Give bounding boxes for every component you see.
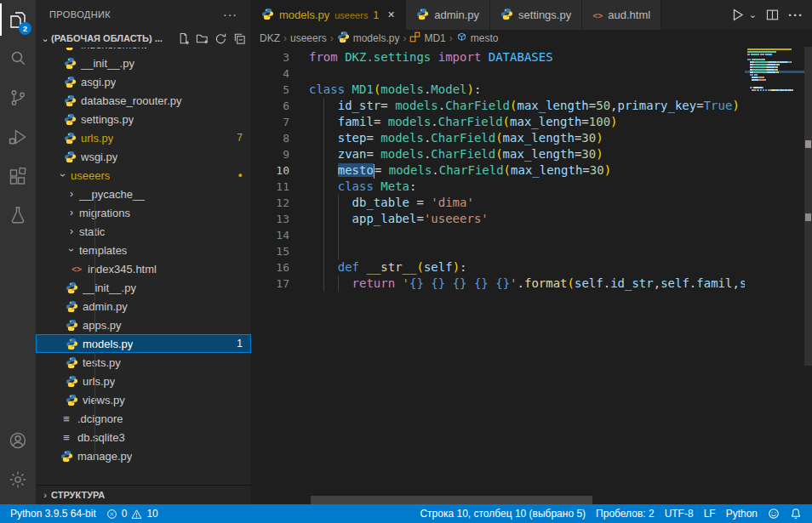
breadcrumb-item-mesto[interactable]: mesto	[455, 31, 500, 45]
code-line-15[interactable]: 15	[251, 243, 745, 259]
python-icon	[500, 8, 513, 23]
status-encoding[interactable]: UTF-8	[660, 504, 699, 523]
run-dropdown-button[interactable]: ⌄	[754, 9, 757, 20]
code-line-10[interactable]: 10 mesto= models.CharField(max_length=30…	[251, 162, 745, 179]
code-line-4[interactable]: 4	[251, 65, 745, 82]
minimap-line	[747, 56, 803, 58]
status-feedback[interactable]	[763, 504, 785, 523]
refresh-button[interactable]	[214, 32, 227, 45]
new-file-button[interactable]	[177, 32, 190, 45]
activity-testing-button[interactable]	[0, 196, 36, 235]
tab-close-button[interactable]: ✕	[387, 9, 395, 20]
line-content: famil= models.CharField(max_length=100)	[289, 114, 618, 130]
status-interpreter[interactable]: Python 3.9.5 64-bit	[5, 504, 101, 523]
code-line-3[interactable]: 3from DKZ.settings import DATABASES	[251, 49, 745, 65]
tree-item-database_roouter.py[interactable]: database_roouter.py	[36, 91, 251, 110]
bell-icon	[790, 508, 802, 520]
overview-ruler[interactable]	[804, 47, 812, 504]
tree-item-asgi.py[interactable]: asgi.py	[36, 72, 251, 91]
outline-section-header[interactable]: › СТРУКТУРА	[36, 486, 251, 504]
errors-count: 0	[122, 508, 128, 520]
sidebar-more-actions-button[interactable]: ···	[223, 8, 237, 21]
tab-aud.html[interactable]: <>aud.html	[582, 0, 661, 30]
activity-search-button[interactable]	[0, 39, 36, 78]
code-line-8[interactable]: 8 step= models.CharField(max_length=30)	[251, 130, 745, 146]
line-content: class MD1(models.Model):	[289, 82, 481, 98]
code-line-17[interactable]: 17 return '{} {} {} {} {}'.format(self.i…	[251, 276, 745, 292]
run-button[interactable]	[729, 7, 746, 23]
tree-item-__init__.py[interactable]: __init__.py	[36, 278, 251, 297]
tab-models.py[interactable]: models.pyuseeers1✕	[251, 0, 406, 30]
tree-item-views.py[interactable]: views.py	[36, 390, 251, 409]
tree-item-manage.py[interactable]: manage.py	[36, 446, 251, 465]
tree-item-wsgi.py[interactable]: wsgi.py	[36, 147, 251, 166]
status-eol[interactable]: LF	[699, 504, 721, 523]
minimap[interactable]	[745, 47, 804, 504]
warning-triangle-icon	[131, 509, 142, 520]
indent-guide	[94, 190, 95, 460]
status-problems[interactable]: 010	[101, 504, 163, 523]
status-indentation[interactable]: Пробелов: 2	[591, 504, 660, 523]
split-editor-button[interactable]	[765, 8, 780, 22]
tab-admin.py[interactable]: admin.py	[406, 0, 490, 30]
tree-item-static[interactable]: ›static	[36, 222, 251, 241]
breadcrumb-item-MD1[interactable]: MD1	[408, 31, 447, 45]
horizontal-scrollbar[interactable]	[311, 496, 592, 504]
activity-extensions-button[interactable]	[0, 156, 36, 196]
tree-item-__init__.py[interactable]: __init__.py	[36, 54, 251, 72]
tree-item-label: admin.py	[83, 300, 128, 313]
code-line-14[interactable]: 14	[251, 227, 745, 243]
status-language[interactable]: Python	[721, 504, 763, 523]
tree-item-migrations[interactable]: ›migrations	[36, 203, 251, 222]
tree-item-.dcignore[interactable]: ≡.dcignore	[36, 409, 251, 428]
activity-settings-gear-button[interactable]	[0, 460, 36, 499]
workspace-section-header[interactable]: ⌄ (РАБОЧАЯ ОБЛАСТЬ) ...	[36, 29, 251, 48]
chevron-down-icon: ⌄	[39, 33, 51, 44]
status-notifications[interactable]	[785, 504, 807, 523]
tree-item-useeers[interactable]: ›useeers●	[36, 166, 251, 185]
code-line-7[interactable]: 7 famil= models.CharField(max_length=100…	[251, 114, 745, 130]
breadcrumb-label: MD1	[424, 32, 445, 44]
tree-item-__pycache__[interactable]: ›__pycache__	[36, 185, 251, 203]
activity-source-control-button[interactable]	[0, 78, 36, 117]
status-cursor-position[interactable]: Строка 10, столбец 10 (выбрано 5)	[415, 504, 591, 523]
code-line-5[interactable]: 5class MD1(models.Model):	[251, 82, 745, 98]
tree-item-index345.html[interactable]: <>index345.html	[36, 259, 251, 278]
activity-account-button[interactable]	[0, 421, 36, 460]
tree-item-apps.py[interactable]: apps.py	[36, 316, 251, 334]
tree-item-urls.py[interactable]: urls.py	[36, 372, 251, 390]
new-folder-button[interactable]	[196, 32, 209, 45]
indent-guide	[323, 98, 324, 292]
warnings-count: 10	[146, 508, 157, 520]
scrollbar-slider[interactable]	[804, 47, 812, 366]
tree-item-tests.py[interactable]: tests.py	[36, 353, 251, 372]
breadcrumb-item-useeers[interactable]: useeers	[289, 32, 329, 44]
tab-label: models.py	[279, 9, 329, 21]
code-line-12[interactable]: 12 db_table = 'dima'	[251, 195, 745, 211]
code-line-13[interactable]: 13 app_label='useeers'	[251, 211, 745, 227]
code-editor[interactable]: 3from DKZ.settings import DATABASES45cla…	[251, 47, 812, 504]
tree-item-templates[interactable]: ›templates	[36, 241, 251, 259]
tab-settings.py[interactable]: settings.py	[490, 0, 582, 30]
activity-run-debug-button[interactable]	[0, 117, 36, 156]
tree-item-indexelement[interactable]: indexelement	[36, 48, 251, 54]
code-line-6[interactable]: 6 id_str= models.CharField(max_length=50…	[251, 98, 745, 114]
breadcrumb-item-models.py[interactable]: models.py	[335, 31, 402, 46]
breadcrumb-item-DKZ[interactable]: DKZ	[258, 32, 282, 44]
collapse-all-button[interactable]	[233, 32, 246, 45]
code-line-9[interactable]: 9 zvan= models.CharField(max_length=30)	[251, 146, 745, 162]
more-actions-button[interactable]: ···	[788, 8, 803, 22]
tree-item-urls.py[interactable]: urls.py7	[36, 128, 251, 147]
code-area[interactable]: 3from DKZ.settings import DATABASES45cla…	[251, 49, 745, 292]
code-line-11[interactable]: 11 class Meta:	[251, 179, 745, 195]
activity-explorer-button[interactable]: 2	[0, 0, 36, 39]
breadcrumb-label: useeers	[290, 32, 327, 44]
tree-item-models.py[interactable]: models.py1	[36, 334, 251, 353]
tree-item-label: views.py	[83, 394, 125, 406]
tree-item-db.sqlite3[interactable]: ≡db.sqlite3	[36, 428, 251, 446]
tree-item-settings.py[interactable]: settings.py	[36, 110, 251, 128]
minimap-line	[747, 66, 803, 68]
tree-item-admin.py[interactable]: admin.py	[36, 297, 251, 316]
code-line-16[interactable]: 16 def __str__(self):	[251, 259, 745, 276]
line-number: 10	[251, 162, 289, 179]
